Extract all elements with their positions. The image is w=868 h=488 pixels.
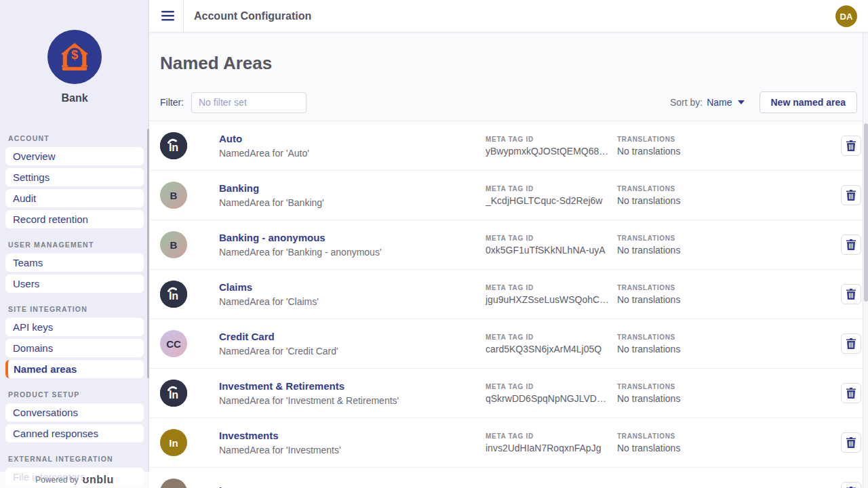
translations-column: TRANSLATIONS No translations <box>617 185 841 206</box>
sidebar-section-label: USER MANAGEMENT <box>8 241 141 249</box>
translations-value: No translations <box>617 393 743 404</box>
translations-label: TRANSLATIONS <box>617 284 841 291</box>
sidebar: $ Bank ACCOUNTOverviewSettingsAuditRecor… <box>0 0 149 488</box>
svg-text:In: In <box>169 142 178 153</box>
named-area-name[interactable]: Banking <box>219 182 486 194</box>
controls-bar: Filter: Sort by: Name New named area <box>160 92 857 113</box>
sidebar-item-conversations[interactable]: Conversations <box>5 403 144 422</box>
sidebar-item-named-areas[interactable]: Named areas <box>5 360 144 378</box>
trash-icon <box>846 289 856 300</box>
named-area-row: In Investments NamedArea for 'Investment… <box>149 418 868 468</box>
named-area-row: B Banking - anonymous NamedArea for 'Ban… <box>149 220 868 270</box>
named-area-name[interactable]: Credit Card <box>219 331 486 342</box>
sidebar-section-label: EXTERNAL INTEGRATION <box>8 455 141 463</box>
named-area-row: In Investment & Retirements NamedArea fo… <box>149 369 868 418</box>
named-area-description: NamedArea for 'Investments' <box>219 445 486 455</box>
sidebar-footer: Powered by ʊnblu <box>0 472 149 488</box>
delete-button[interactable] <box>841 284 861 304</box>
sidebar-item-audit[interactable]: Audit <box>5 189 144 207</box>
svg-text:In: In <box>169 389 178 401</box>
translations-label: TRANSLATIONS <box>617 136 841 143</box>
sidebar-item-settings[interactable]: Settings <box>5 168 144 186</box>
translations-column: TRANSLATIONS No translations <box>617 333 841 354</box>
named-area-name[interactable]: Loans <box>219 485 486 488</box>
delete-button[interactable] <box>841 136 861 156</box>
meta-column: META TAG ID qSkrwDD6SpqNpNGJLVD… <box>486 383 617 404</box>
sidebar-item-users[interactable]: Users <box>5 274 144 293</box>
sidebar-item-record-retention[interactable]: Record retention <box>5 210 144 228</box>
topbar-divider <box>183 0 184 32</box>
trash-icon <box>846 437 856 448</box>
sidebar-item-canned-responses[interactable]: Canned responses <box>5 424 144 443</box>
name-column: Credit Card NamedArea for 'Credit Card' <box>219 331 486 357</box>
named-area-name[interactable]: Claims <box>219 281 486 293</box>
named-area-description: NamedArea for 'Claims' <box>219 296 486 307</box>
translations-value: No translations <box>617 195 743 206</box>
meta-column: META TAG ID invs2UdHIaN7RoqxnFApJg <box>486 432 617 453</box>
name-column: Auto NamedArea for 'Auto' <box>219 133 486 159</box>
sidebar-item-overview[interactable]: Overview <box>5 147 144 165</box>
trash-icon <box>846 140 856 151</box>
translations-label: TRANSLATIONS <box>617 185 841 192</box>
row-avatar: B <box>160 182 187 209</box>
name-column: Investments NamedArea for 'Investments' <box>219 430 486 455</box>
meta-column: META TAG ID 0xk5GF1uTfSKkNLhNA-uyA <box>486 235 617 256</box>
translations-value: No translations <box>617 245 743 256</box>
translations-label: TRANSLATIONS <box>617 383 841 390</box>
sidebar-section-label: SITE INTEGRATION <box>8 305 141 313</box>
trash-icon <box>846 388 856 399</box>
meta-tag-id-label: META TAG ID <box>486 333 617 341</box>
meta-column: META TAG ID _KcdjHGLTCquc-Sd2Rej6w <box>486 185 617 206</box>
sidebar-scrollbar-thumb[interactable] <box>147 129 149 378</box>
unblu-logo-icon: In <box>160 380 187 407</box>
filter-input[interactable] <box>191 92 307 113</box>
meta-tag-id-label: META TAG ID <box>486 284 617 291</box>
menu-button[interactable] <box>152 0 183 32</box>
meta-tag-id-label: META TAG ID <box>486 185 617 192</box>
translations-column: TRANSLATIONS No translations <box>617 383 841 404</box>
named-area-description: NamedArea for 'Auto' <box>219 148 486 159</box>
delete-button[interactable] <box>841 235 861 255</box>
delete-button[interactable] <box>841 383 861 403</box>
user-avatar[interactable]: DA <box>835 5 857 27</box>
name-column: Banking NamedArea for 'Banking' <box>219 182 486 208</box>
delete-button[interactable] <box>841 432 861 453</box>
sort-label: Sort by: <box>670 97 703 108</box>
translations-column: TRANSLATIONS No translations <box>617 136 841 157</box>
section-heading: Named Areas <box>160 53 868 74</box>
delete-button[interactable] <box>841 333 861 354</box>
sort-select[interactable]: Name <box>707 97 744 108</box>
unblu-logo: ʊnblu <box>83 474 114 486</box>
name-column: Claims NamedArea for 'Claims' <box>219 281 486 307</box>
named-area-name[interactable]: Auto <box>219 133 486 144</box>
named-area-name[interactable]: Banking - anonymous <box>219 232 486 243</box>
named-area-name[interactable]: Investment & Retirements <box>219 380 486 392</box>
meta-tag-id-value: qSkrwDD6SpqNpNGJLVD… <box>486 393 611 404</box>
row-avatar: B <box>160 231 187 258</box>
content-scrollbar[interactable] <box>863 33 868 488</box>
delete-button[interactable] <box>841 185 861 205</box>
trash-icon <box>846 338 856 349</box>
row-avatar: In <box>160 132 187 159</box>
meta-column: META TAG ID jgu9uHXZSseLusWSQohC… <box>486 284 617 305</box>
row-avatar: In <box>160 281 187 308</box>
name-column: Banking - anonymous NamedArea for 'Banki… <box>219 232 486 258</box>
row-avatar <box>160 479 187 488</box>
meta-tag-id-label: META TAG ID <box>486 383 617 390</box>
sort-value: Name <box>707 97 732 108</box>
meta-column: META TAG ID card5KQ3SN6jxArM4Lj05Q <box>486 333 617 354</box>
row-avatar: In <box>160 380 187 407</box>
sidebar-item-api-keys[interactable]: API keys <box>5 318 144 336</box>
sidebar-item-domains[interactable]: Domains <box>5 339 144 357</box>
meta-tag-id-value: jgu9uHXZSseLusWSQohC… <box>486 294 611 305</box>
named-area-name[interactable]: Investments <box>219 430 486 441</box>
content-scrollbar-thumb[interactable] <box>864 123 868 302</box>
translations-column: TRANSLATIONS No translations <box>617 432 841 453</box>
sidebar-item-teams[interactable]: Teams <box>5 253 144 272</box>
delete-button[interactable] <box>841 482 861 488</box>
new-named-area-button[interactable]: New named area <box>760 92 858 113</box>
translations-value: No translations <box>617 146 743 157</box>
sidebar-section-label: PRODUCT SETUP <box>8 390 141 399</box>
trash-icon <box>846 239 856 250</box>
unblu-logo-icon: In <box>160 281 187 308</box>
